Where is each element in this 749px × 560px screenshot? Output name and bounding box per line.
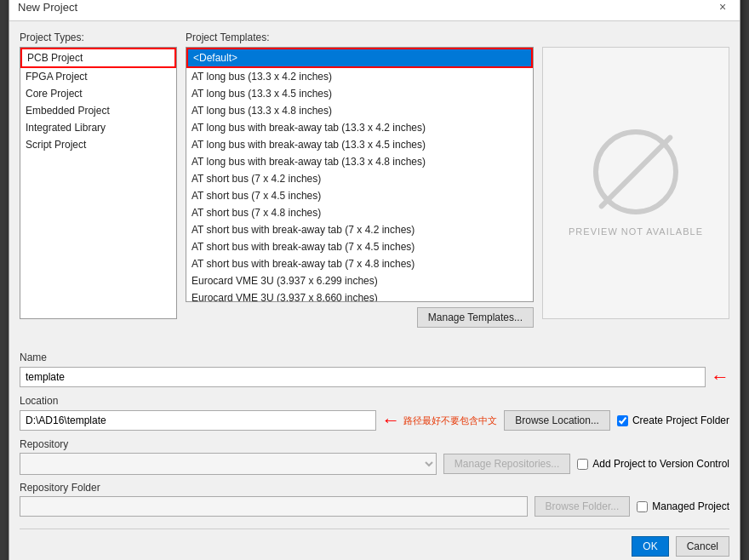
location-input-row: ← 路径最好不要包含中文 Browse Location... Create P… (20, 409, 729, 431)
ok-button[interactable]: OK (632, 536, 668, 557)
browse-location-button[interactable]: Browse Location... (504, 410, 610, 431)
name-input[interactable] (20, 367, 706, 387)
template-t2[interactable]: AT long bus (13.3 x 4.5 inches) (186, 85, 533, 102)
template-t10[interactable]: AT short bus with break-away tab (7 x 4.… (186, 221, 533, 238)
project-templates-panel: Project Templates: <Default> AT long bus… (186, 31, 534, 343)
template-t3[interactable]: AT long bus (13.3 x 4.8 inches) (186, 102, 533, 119)
repository-select[interactable] (20, 453, 437, 475)
managed-project-label[interactable]: Managed Project (637, 500, 729, 512)
title-bar: New Project × (9, 0, 740, 21)
managed-project-text: Managed Project (652, 500, 729, 512)
new-project-dialog: New Project × Project Types: PCB Project… (9, 0, 740, 560)
name-label: Name (20, 351, 729, 363)
no-preview-icon (593, 129, 678, 214)
create-folder-checkbox[interactable] (617, 415, 628, 426)
create-folder-label: Create Project Folder (632, 414, 729, 426)
project-templates-label: Project Templates: (186, 31, 534, 43)
template-default[interactable]: <Default> (186, 48, 533, 68)
project-templates-list: <Default> AT long bus (13.3 x 4.2 inches… (186, 47, 534, 302)
project-type-fpga[interactable]: FPGA Project (20, 68, 176, 85)
project-type-core[interactable]: Core Project (20, 85, 176, 102)
preview-box: PREVIEW NOT AVAILABLE (542, 47, 729, 319)
repository-folder-row: Repository Folder Browse Folder... Manag… (20, 482, 729, 517)
project-type-embedded[interactable]: Embedded Project (20, 102, 176, 119)
dialog-body: Project Types: PCB Project FPGA Project … (9, 21, 740, 560)
repository-folder-label: Repository Folder (20, 482, 729, 494)
repo-folder-input-row: Browse Folder... Managed Project (20, 496, 729, 517)
name-arrow-icon: ← (711, 366, 729, 388)
repository-label: Repository (20, 438, 729, 450)
repository-input-row: Manage Repositories... Add Project to Ve… (20, 453, 729, 475)
add-version-control-text: Add Project to Version Control (592, 458, 729, 470)
add-version-control-label[interactable]: Add Project to Version Control (577, 458, 729, 470)
template-t12[interactable]: AT short bus with break-away tab (7 x 4.… (186, 255, 533, 272)
template-t11[interactable]: AT short bus with break-away tab (7 x 4.… (186, 238, 533, 255)
template-t5[interactable]: AT long bus with break-away tab (13.3 x … (186, 136, 533, 153)
managed-project-checkbox[interactable] (637, 501, 648, 512)
close-button[interactable]: × (714, 0, 731, 15)
template-t7[interactable]: AT short bus (7 x 4.2 inches) (186, 170, 533, 187)
name-row: Name ← (20, 351, 729, 388)
location-arrow-icon: ← (381, 409, 400, 431)
project-type-script[interactable]: Script Project (20, 136, 176, 153)
add-version-control-checkbox[interactable] (577, 459, 588, 470)
template-t8[interactable]: AT short bus (7 x 4.5 inches) (186, 187, 533, 204)
repo-folder-input[interactable] (20, 496, 528, 517)
template-t1[interactable]: AT long bus (13.3 x 4.2 inches) (186, 68, 533, 85)
form-section: Name ← Location ← 路径最好不要包含中文 Browse Loca… (20, 351, 729, 517)
browse-folder-button[interactable]: Browse Folder... (535, 496, 631, 517)
project-type-pcb[interactable]: PCB Project (20, 48, 176, 68)
preview-panel: Preview PREVIEW NOT AVAILABLE (542, 31, 729, 343)
manage-repositories-button[interactable]: Manage Repositories... (443, 454, 570, 474)
preview-text: PREVIEW NOT AVAILABLE (569, 226, 703, 237)
project-types-label: Project Types: (20, 31, 177, 43)
template-t14[interactable]: Eurocard VME 3U (3.937 x 8.660 inches) (186, 289, 533, 302)
manage-btn-row: Manage Templates... (186, 307, 534, 328)
project-types-panel: Project Types: PCB Project FPGA Project … (20, 31, 177, 343)
project-types-list: PCB Project FPGA Project Core Project Em… (20, 47, 177, 319)
create-folder-checkbox-label[interactable]: Create Project Folder (617, 414, 729, 426)
location-input[interactable] (20, 410, 376, 431)
dialog-title: New Project (18, 1, 77, 14)
template-t13[interactable]: Eurocard VME 3U (3.937 x 6.299 inches) (186, 272, 533, 289)
template-t9[interactable]: AT short bus (7 x 4.8 inches) (186, 204, 533, 221)
manage-templates-button[interactable]: Manage Templates... (417, 307, 534, 328)
bottom-buttons: OK Cancel (20, 529, 729, 557)
template-t6[interactable]: AT long bus with break-away tab (13.3 x … (186, 153, 533, 170)
top-section: Project Types: PCB Project FPGA Project … (20, 31, 729, 343)
location-row: Location ← 路径最好不要包含中文 Browse Location...… (20, 395, 729, 431)
project-type-library[interactable]: Integrated Library (20, 119, 176, 136)
location-annotation: 路径最好不要包含中文 (403, 414, 497, 427)
location-label: Location (20, 395, 729, 407)
template-t4[interactable]: AT long bus with break-away tab (13.3 x … (186, 119, 533, 136)
repository-row: Repository Manage Repositories... Add Pr… (20, 438, 729, 475)
cancel-button[interactable]: Cancel (676, 536, 729, 557)
